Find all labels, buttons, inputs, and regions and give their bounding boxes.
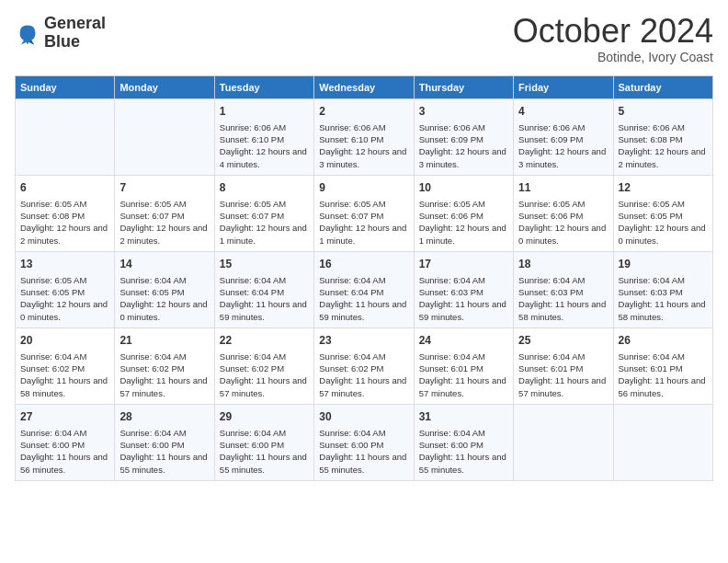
day-number: 9 xyxy=(319,180,408,196)
title-block: October 2024 Botinde, Ivory Coast xyxy=(513,15,713,64)
calendar-week-row: 20Sunrise: 6:04 AM Sunset: 6:02 PM Dayli… xyxy=(16,327,713,404)
day-number: 16 xyxy=(319,257,408,272)
day-info: Sunrise: 6:04 AM Sunset: 6:05 PM Dayligh… xyxy=(119,274,209,323)
day-number: 8 xyxy=(220,180,309,196)
day-info: Sunrise: 6:05 AM Sunset: 6:05 PM Dayligh… xyxy=(20,274,109,323)
day-number: 26 xyxy=(619,333,708,349)
day-number: 21 xyxy=(119,333,209,349)
day-number: 15 xyxy=(220,257,309,272)
calendar-day-cell: 3Sunrise: 6:06 AM Sunset: 6:09 PM Daylig… xyxy=(414,99,513,176)
logo-icon xyxy=(15,20,40,46)
weekday-header-cell: Tuesday xyxy=(214,76,313,99)
page-header: General Blue October 2024 Botinde, Ivory… xyxy=(15,15,713,64)
day-info: Sunrise: 6:04 AM Sunset: 6:02 PM Dayligh… xyxy=(220,350,309,399)
day-info: Sunrise: 6:04 AM Sunset: 6:02 PM Dayligh… xyxy=(20,350,109,399)
day-number: 11 xyxy=(518,180,608,196)
day-number: 20 xyxy=(20,333,109,349)
day-info: Sunrise: 6:04 AM Sunset: 6:00 PM Dayligh… xyxy=(220,427,309,476)
calendar-table: SundayMondayTuesdayWednesdayThursdayFrid… xyxy=(15,75,713,481)
calendar-day-cell: 9Sunrise: 6:05 AM Sunset: 6:07 PM Daylig… xyxy=(314,175,414,251)
calendar-day-cell: 27Sunrise: 6:04 AM Sunset: 6:00 PM Dayli… xyxy=(16,404,115,480)
day-info: Sunrise: 6:04 AM Sunset: 6:00 PM Dayligh… xyxy=(319,427,408,476)
month-title: October 2024 xyxy=(513,15,713,48)
calendar-day-cell: 25Sunrise: 6:04 AM Sunset: 6:01 PM Dayli… xyxy=(514,327,613,404)
calendar-day-cell: 30Sunrise: 6:04 AM Sunset: 6:00 PM Dayli… xyxy=(314,404,414,480)
calendar-week-row: 1Sunrise: 6:06 AM Sunset: 6:10 PM Daylig… xyxy=(16,99,713,176)
day-number: 23 xyxy=(319,333,408,349)
day-number: 5 xyxy=(619,104,708,120)
day-number: 28 xyxy=(119,409,209,425)
day-info: Sunrise: 6:04 AM Sunset: 6:01 PM Dayligh… xyxy=(619,350,708,399)
day-number: 29 xyxy=(220,409,309,425)
calendar-day-cell: 17Sunrise: 6:04 AM Sunset: 6:03 PM Dayli… xyxy=(414,251,513,327)
calendar-day-cell: 5Sunrise: 6:06 AM Sunset: 6:08 PM Daylig… xyxy=(613,99,712,176)
weekday-header-cell: Thursday xyxy=(414,76,513,99)
day-number: 31 xyxy=(419,409,508,425)
day-info: Sunrise: 6:04 AM Sunset: 6:00 PM Dayligh… xyxy=(20,427,109,476)
calendar-day-cell: 2Sunrise: 6:06 AM Sunset: 6:10 PM Daylig… xyxy=(314,99,414,176)
logo: General Blue xyxy=(15,15,106,52)
calendar-day-cell: 16Sunrise: 6:04 AM Sunset: 6:04 PM Dayli… xyxy=(314,251,414,327)
calendar-day-cell: 21Sunrise: 6:04 AM Sunset: 6:02 PM Dayli… xyxy=(115,327,214,404)
day-number: 3 xyxy=(419,104,508,120)
day-info: Sunrise: 6:06 AM Sunset: 6:09 PM Dayligh… xyxy=(419,121,508,170)
day-number: 30 xyxy=(319,409,408,425)
calendar-day-cell: 12Sunrise: 6:05 AM Sunset: 6:05 PM Dayli… xyxy=(613,175,712,251)
day-number: 22 xyxy=(220,333,309,349)
calendar-day-cell: 14Sunrise: 6:04 AM Sunset: 6:05 PM Dayli… xyxy=(115,251,214,327)
day-number: 14 xyxy=(119,257,209,272)
calendar-day-cell: 19Sunrise: 6:04 AM Sunset: 6:03 PM Dayli… xyxy=(613,251,712,327)
calendar-week-row: 6Sunrise: 6:05 AM Sunset: 6:08 PM Daylig… xyxy=(16,175,713,251)
calendar-day-cell: 10Sunrise: 6:05 AM Sunset: 6:06 PM Dayli… xyxy=(414,175,513,251)
day-info: Sunrise: 6:04 AM Sunset: 6:03 PM Dayligh… xyxy=(518,274,608,323)
calendar-day-cell: 13Sunrise: 6:05 AM Sunset: 6:05 PM Dayli… xyxy=(16,251,115,327)
day-info: Sunrise: 6:04 AM Sunset: 6:00 PM Dayligh… xyxy=(119,427,209,476)
calendar-day-cell: 4Sunrise: 6:06 AM Sunset: 6:09 PM Daylig… xyxy=(514,99,613,176)
calendar-day-cell: 24Sunrise: 6:04 AM Sunset: 6:01 PM Dayli… xyxy=(414,327,513,404)
day-info: Sunrise: 6:04 AM Sunset: 6:01 PM Dayligh… xyxy=(518,350,608,399)
calendar-day-cell: 1Sunrise: 6:06 AM Sunset: 6:10 PM Daylig… xyxy=(214,99,313,176)
calendar-day-cell: 31Sunrise: 6:04 AM Sunset: 6:00 PM Dayli… xyxy=(414,404,513,480)
calendar-day-cell xyxy=(16,99,115,176)
calendar-day-cell: 22Sunrise: 6:04 AM Sunset: 6:02 PM Dayli… xyxy=(214,327,313,404)
calendar-day-cell: 7Sunrise: 6:05 AM Sunset: 6:07 PM Daylig… xyxy=(115,175,214,251)
calendar-week-row: 13Sunrise: 6:05 AM Sunset: 6:05 PM Dayli… xyxy=(16,251,713,327)
calendar-day-cell xyxy=(115,99,214,176)
calendar-week-row: 27Sunrise: 6:04 AM Sunset: 6:00 PM Dayli… xyxy=(16,404,713,480)
calendar-day-cell xyxy=(613,404,712,480)
day-info: Sunrise: 6:05 AM Sunset: 6:05 PM Dayligh… xyxy=(619,198,708,247)
day-number: 6 xyxy=(20,180,109,196)
day-info: Sunrise: 6:04 AM Sunset: 6:04 PM Dayligh… xyxy=(319,274,408,323)
calendar-day-cell: 29Sunrise: 6:04 AM Sunset: 6:00 PM Dayli… xyxy=(214,404,313,480)
day-info: Sunrise: 6:06 AM Sunset: 6:09 PM Dayligh… xyxy=(518,121,608,170)
day-info: Sunrise: 6:04 AM Sunset: 6:04 PM Dayligh… xyxy=(220,274,309,323)
calendar-body: 1Sunrise: 6:06 AM Sunset: 6:10 PM Daylig… xyxy=(16,99,713,481)
weekday-header-cell: Wednesday xyxy=(314,76,414,99)
calendar-day-cell: 8Sunrise: 6:05 AM Sunset: 6:07 PM Daylig… xyxy=(214,175,313,251)
day-number: 24 xyxy=(419,333,508,349)
weekday-header-cell: Monday xyxy=(115,76,214,99)
weekday-header-cell: Friday xyxy=(514,76,613,99)
day-number: 2 xyxy=(319,104,408,120)
location-subtitle: Botinde, Ivory Coast xyxy=(513,50,713,64)
day-number: 27 xyxy=(20,409,109,425)
day-number: 4 xyxy=(518,104,608,120)
logo-text: General Blue xyxy=(44,15,106,52)
calendar-day-cell: 15Sunrise: 6:04 AM Sunset: 6:04 PM Dayli… xyxy=(214,251,313,327)
day-number: 17 xyxy=(419,257,508,272)
calendar-day-cell: 6Sunrise: 6:05 AM Sunset: 6:08 PM Daylig… xyxy=(16,175,115,251)
calendar-day-cell: 11Sunrise: 6:05 AM Sunset: 6:06 PM Dayli… xyxy=(514,175,613,251)
day-info: Sunrise: 6:05 AM Sunset: 6:07 PM Dayligh… xyxy=(220,198,309,247)
calendar-day-cell: 18Sunrise: 6:04 AM Sunset: 6:03 PM Dayli… xyxy=(514,251,613,327)
calendar-day-cell: 20Sunrise: 6:04 AM Sunset: 6:02 PM Dayli… xyxy=(16,327,115,404)
day-info: Sunrise: 6:06 AM Sunset: 6:10 PM Dayligh… xyxy=(319,121,408,170)
day-info: Sunrise: 6:05 AM Sunset: 6:06 PM Dayligh… xyxy=(419,198,508,247)
day-info: Sunrise: 6:05 AM Sunset: 6:07 PM Dayligh… xyxy=(319,198,408,247)
calendar-day-cell: 28Sunrise: 6:04 AM Sunset: 6:00 PM Dayli… xyxy=(115,404,214,480)
day-info: Sunrise: 6:04 AM Sunset: 6:02 PM Dayligh… xyxy=(319,350,408,399)
weekday-header-row: SundayMondayTuesdayWednesdayThursdayFrid… xyxy=(16,76,713,99)
day-number: 13 xyxy=(20,257,109,272)
day-info: Sunrise: 6:06 AM Sunset: 6:08 PM Dayligh… xyxy=(619,121,708,170)
day-number: 25 xyxy=(518,333,608,349)
day-number: 1 xyxy=(220,104,309,120)
